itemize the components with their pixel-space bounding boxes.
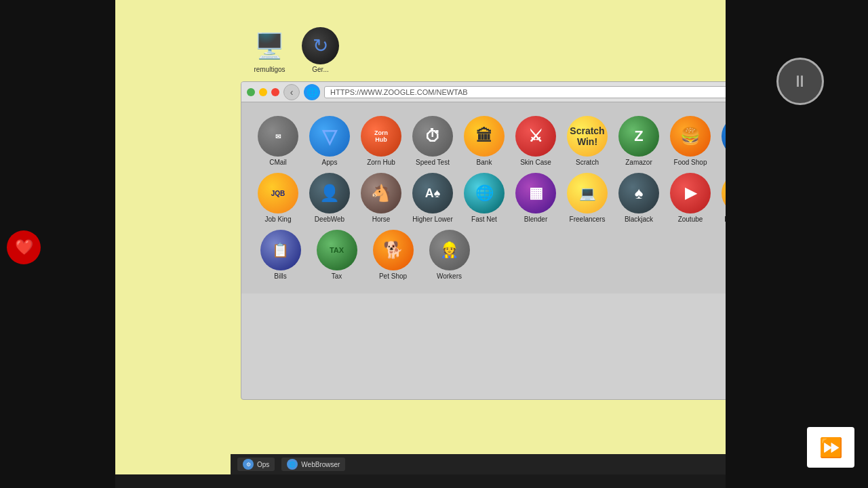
- app-freelancers[interactable]: 💻 Freelancers: [564, 173, 610, 223]
- app-fastnet[interactable]: 🌐 Fast Net: [461, 173, 507, 223]
- zornhub-icon: ZornHub: [361, 116, 401, 157]
- pause-button[interactable]: ⏸: [776, 58, 824, 105]
- app-cmail[interactable]: ✉ CMail: [255, 116, 301, 166]
- app-speedtest[interactable]: ⏱ Speed Test: [410, 116, 456, 166]
- horse-icon: 🐴: [361, 173, 401, 214]
- app-apps[interactable]: ▽ Apps: [307, 116, 353, 166]
- left-bar: ❤️: [0, 0, 115, 488]
- tax-label: Tax: [332, 272, 342, 280]
- higherlower-icon: A♠: [412, 173, 453, 214]
- app-scratch[interactable]: ScratchWin! Scratch: [564, 116, 610, 166]
- refresh-img: ↻: [302, 27, 339, 64]
- app-jobking[interactable]: JQB Job King: [255, 173, 301, 223]
- zamazor-label: Zamazor: [625, 159, 652, 166]
- bills-label: Bills: [274, 272, 286, 280]
- apps-icon: ▽: [309, 116, 350, 157]
- computer-label: remultigos: [254, 66, 285, 73]
- app-tax[interactable]: TAX Tax: [311, 230, 362, 280]
- foodshop-icon: 🍔: [670, 116, 711, 157]
- right-panel: ⏸ ⏩: [726, 0, 868, 488]
- app-zamazor[interactable]: Z Zamazor: [616, 116, 662, 166]
- blackjack-icon: ♠: [618, 173, 659, 214]
- petshop-icon: 🐕: [373, 230, 414, 270]
- taskbar-webbrowser[interactable]: 🌐 WebBrowser: [281, 458, 345, 471]
- tl-red[interactable]: [271, 88, 279, 96]
- ops-icon: ⚙: [243, 459, 254, 470]
- tax-icon: TAX: [317, 230, 357, 270]
- app-foodshop[interactable]: 🍔 Food Shop: [667, 116, 713, 166]
- fastnet-label: Fast Net: [471, 216, 497, 223]
- computer-icon[interactable]: 🖥️ remultigos: [251, 27, 288, 73]
- bank-label: Bank: [477, 159, 492, 166]
- workers-icon: 👷: [429, 230, 470, 270]
- browser-back-button[interactable]: ‹: [283, 84, 300, 100]
- heart-widget: ❤️: [7, 230, 41, 264]
- exit-arrow-icon: ⏩: [819, 436, 843, 459]
- app-zoutube[interactable]: ▶ Zoutube: [667, 173, 713, 223]
- app-workers[interactable]: 👷 Workers: [424, 230, 475, 280]
- petshop-label: Pet Shop: [379, 272, 407, 280]
- taskbar-ops[interactable]: ⚙ Ops: [237, 458, 275, 471]
- app-blackjack[interactable]: ♠ Blackjack: [616, 173, 662, 223]
- bank-icon: 🏛: [464, 116, 505, 157]
- computer-img: 🖥️: [251, 27, 288, 64]
- app-higherlower[interactable]: A♠ Higher Lower: [410, 173, 456, 223]
- speedtest-icon: ⏱: [412, 116, 453, 157]
- tl-yellow[interactable]: [259, 88, 267, 96]
- refresh-icon-item[interactable]: ↻ Ger...: [302, 27, 339, 73]
- bills-icon: 📋: [260, 230, 301, 270]
- skincase-label: Skin Case: [520, 159, 551, 166]
- browser-url-bar[interactable]: [324, 86, 793, 98]
- freelancers-label: Freelancers: [570, 216, 606, 223]
- deebweb-icon: 👤: [309, 173, 350, 214]
- zoutube-label: Zoutube: [678, 216, 703, 223]
- freelancers-icon: 💻: [567, 173, 608, 214]
- skincase-icon: ⚔: [515, 116, 556, 157]
- blender-icon: ▦: [515, 173, 556, 214]
- horse-label: Horse: [372, 216, 391, 223]
- blackjack-label: Blackjack: [625, 216, 653, 223]
- tl-green[interactable]: [247, 88, 255, 96]
- exit-button[interactable]: ⏩: [807, 427, 854, 468]
- higherlower-label: Higher Lower: [412, 216, 452, 223]
- zamazor-icon: Z: [618, 116, 659, 157]
- app-deebweb[interactable]: 👤 DeebWeb: [307, 173, 353, 223]
- webbrowser-icon: 🌐: [287, 459, 298, 470]
- deebweb-label: DeebWeb: [315, 216, 344, 223]
- app-zornhub[interactable]: ZornHub Zorn Hub: [358, 116, 404, 166]
- pause-icon: ⏸: [792, 72, 808, 91]
- refresh-label: Ger...: [312, 66, 328, 73]
- fastnet-icon: 🌐: [464, 173, 505, 214]
- cmail-label: CMail: [269, 159, 287, 166]
- app-bank[interactable]: 🏛 Bank: [461, 116, 507, 166]
- app-blender[interactable]: ▦ Blender: [513, 173, 559, 223]
- workers-label: Workers: [437, 272, 462, 280]
- ops-label: Ops: [257, 461, 269, 468]
- browser-globe-icon: 🌐: [304, 84, 320, 100]
- jobking-icon: JQB: [258, 173, 298, 214]
- speedtest-label: Speed Test: [416, 159, 450, 166]
- jobking-label: Job King: [265, 216, 292, 223]
- app-skincase[interactable]: ⚔ Skin Case: [513, 116, 559, 166]
- desktop-icons: 🖥️ remultigos ↻ Ger...: [251, 27, 339, 73]
- app-horse[interactable]: 🐴 Horse: [358, 173, 404, 223]
- apps-label: Apps: [322, 159, 338, 166]
- webbrowser-label: WebBrowser: [301, 461, 340, 468]
- cmail-icon: ✉: [258, 116, 298, 157]
- zornhub-label: Zorn Hub: [367, 159, 395, 166]
- blender-label: Blender: [524, 216, 547, 223]
- app-bills[interactable]: 📋 Bills: [255, 230, 306, 280]
- foodshop-label: Food Shop: [674, 159, 707, 166]
- scratch-icon: ScratchWin!: [567, 116, 608, 157]
- scratch-label: Scratch: [576, 159, 599, 166]
- app-petshop[interactable]: 🐕 Pet Shop: [368, 230, 418, 280]
- heart-icon: ❤️: [15, 239, 33, 256]
- zoutube-icon: ▶: [670, 173, 711, 214]
